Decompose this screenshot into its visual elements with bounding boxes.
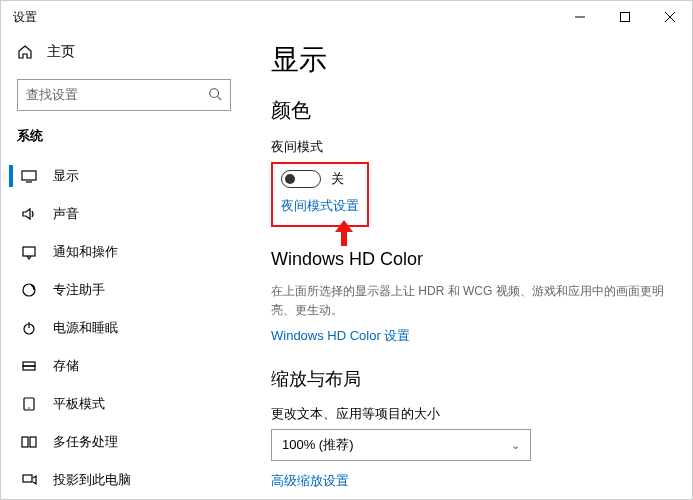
sidebar-item-storage[interactable]: 存储	[9, 347, 239, 385]
home-link[interactable]: 主页	[9, 33, 239, 71]
text-size-value: 100% (推荐)	[282, 436, 354, 454]
focus-icon	[21, 282, 37, 298]
settings-window: 设置 主页 查找设置 系统	[0, 0, 693, 500]
search-icon	[208, 87, 222, 104]
home-label: 主页	[47, 43, 75, 61]
night-mode-settings-link[interactable]: 夜间模式设置	[281, 198, 359, 213]
storage-icon	[21, 358, 37, 374]
sidebar-item-sound[interactable]: 声音	[9, 195, 239, 233]
close-button[interactable]	[647, 1, 692, 33]
color-heading: 颜色	[271, 97, 668, 124]
svg-rect-1	[620, 13, 629, 22]
scale-heading: 缩放与布局	[271, 367, 668, 391]
notification-icon	[21, 244, 37, 260]
sidebar-item-focus-assist[interactable]: 专注助手	[9, 271, 239, 309]
advanced-scaling-link[interactable]: 高级缩放设置	[271, 473, 349, 488]
display-icon	[21, 168, 37, 184]
window-body: 主页 查找设置 系统 显示 声音 通知和操	[1, 33, 692, 499]
sidebar-item-notifications[interactable]: 通知和操作	[9, 233, 239, 271]
chevron-down-icon: ⌄	[511, 439, 520, 452]
tablet-icon	[21, 396, 37, 412]
sidebar-item-label: 平板模式	[53, 395, 105, 413]
project-icon	[21, 472, 37, 488]
hdcolor-description: 在上面所选择的显示器上让 HDR 和 WCG 视频、游戏和应用中的画面更明亮、更…	[271, 282, 668, 320]
svg-rect-16	[22, 437, 28, 447]
page-title: 显示	[271, 41, 668, 79]
sidebar-item-multitasking[interactable]: 多任务处理	[9, 423, 239, 461]
svg-point-9	[23, 284, 35, 296]
svg-line-5	[218, 96, 222, 100]
sidebar-item-label: 多任务处理	[53, 433, 118, 451]
sidebar-item-tablet-mode[interactable]: 平板模式	[9, 385, 239, 423]
power-icon	[21, 320, 37, 336]
svg-rect-12	[23, 362, 35, 366]
svg-rect-18	[23, 475, 32, 482]
multitask-icon	[21, 434, 37, 450]
search-input[interactable]: 查找设置	[17, 79, 231, 111]
night-mode-label: 夜间模式	[271, 138, 668, 156]
night-mode-toggle-row: 关	[281, 170, 359, 188]
svg-rect-8	[23, 247, 35, 256]
svg-point-4	[210, 88, 219, 97]
night-mode-toggle[interactable]	[281, 170, 321, 188]
window-title: 设置	[13, 9, 37, 26]
sidebar-item-label: 电源和睡眠	[53, 319, 118, 337]
content-area: 显示 颜色 夜间模式 关 夜间模式设置 Windows HD	[247, 33, 692, 499]
search-placeholder: 查找设置	[26, 86, 78, 104]
minimize-button[interactable]	[557, 1, 602, 33]
highlight-box: 关 夜间模式设置	[271, 162, 369, 227]
svg-point-15	[28, 407, 29, 408]
sidebar-item-label: 通知和操作	[53, 243, 118, 261]
sidebar-item-label: 投影到此电脑	[53, 471, 131, 489]
sidebar-item-display[interactable]: 显示	[9, 157, 239, 195]
svg-rect-6	[22, 171, 36, 180]
window-controls	[557, 1, 692, 33]
text-size-label: 更改文本、应用等项目的大小	[271, 405, 668, 423]
nav-list: 显示 声音 通知和操作 专注助手 电源和睡眠	[9, 157, 239, 499]
sidebar-section-label: 系统	[9, 123, 239, 157]
sidebar-item-label: 声音	[53, 205, 79, 223]
hdcolor-settings-link[interactable]: Windows HD Color 设置	[271, 328, 410, 343]
sidebar: 主页 查找设置 系统 显示 声音 通知和操	[1, 33, 247, 499]
home-icon	[17, 44, 33, 60]
title-bar: 设置	[1, 1, 692, 33]
svg-rect-17	[30, 437, 36, 447]
cursor-arrow-annotation	[331, 218, 357, 248]
sidebar-item-label: 专注助手	[53, 281, 105, 299]
sidebar-item-label: 显示	[53, 167, 79, 185]
sound-icon	[21, 206, 37, 222]
night-mode-state: 关	[331, 170, 344, 188]
toggle-knob	[285, 174, 295, 184]
hdcolor-heading: Windows HD Color	[271, 249, 668, 270]
maximize-button[interactable]	[602, 1, 647, 33]
text-size-dropdown[interactable]: 100% (推荐) ⌄	[271, 429, 531, 461]
sidebar-item-power-sleep[interactable]: 电源和睡眠	[9, 309, 239, 347]
svg-rect-13	[23, 366, 35, 370]
sidebar-item-projecting[interactable]: 投影到此电脑	[9, 461, 239, 499]
sidebar-item-label: 存储	[53, 357, 79, 375]
